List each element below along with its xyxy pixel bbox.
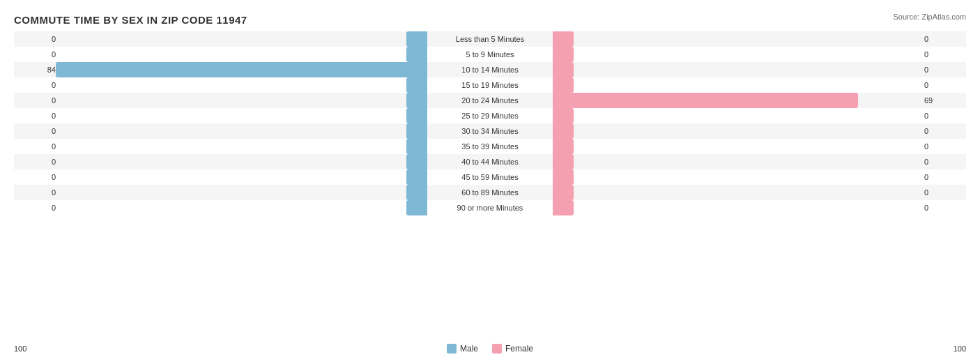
male-bar (406, 31, 427, 47)
male-bar (406, 47, 427, 62)
female-bar-area (553, 108, 924, 123)
legend-female-box (492, 344, 502, 354)
chart-title: COMMUTE TIME BY SEX IN ZIP CODE 11947 (14, 14, 966, 26)
legend-male: Male (447, 344, 478, 354)
female-value: 0 (924, 127, 952, 135)
female-value: 0 (924, 35, 952, 43)
legend-male-box (447, 344, 457, 354)
female-value: 0 (924, 112, 952, 120)
female-value: 0 (924, 66, 952, 74)
chart-row: 84 10 to 14 Minutes 0 (14, 62, 966, 77)
legend-male-label: Male (460, 344, 478, 354)
female-bar (553, 47, 574, 62)
axis-left-label: 100 (14, 344, 26, 353)
female-bar (553, 62, 574, 77)
female-value: 0 (924, 81, 952, 89)
row-center-label: 15 to 19 Minutes (427, 81, 553, 89)
source-label: Source: ZipAtlas.com (893, 13, 966, 21)
female-bar (553, 169, 574, 185)
male-bar-area (56, 185, 427, 200)
female-bar (553, 77, 574, 93)
male-value: 0 (28, 188, 56, 197)
row-center-label: 10 to 14 Minutes (427, 66, 553, 74)
male-bar-area (56, 169, 427, 185)
female-value: 0 (924, 188, 952, 197)
row-center-label: 35 to 39 Minutes (427, 142, 553, 151)
female-bar (553, 31, 574, 47)
chart-row: 0 60 to 89 Minutes 0 (14, 185, 966, 200)
male-value: 0 (28, 96, 56, 105)
row-inner: 0 30 to 34 Minutes 0 (14, 123, 966, 139)
chart-container: COMMUTE TIME BY SEX IN ZIP CODE 11947 So… (0, 0, 980, 364)
male-bar (406, 108, 427, 123)
male-value: 84 (28, 66, 56, 74)
male-value: 0 (28, 127, 56, 135)
male-bar-area (56, 31, 427, 47)
row-center-label: 5 to 9 Minutes (427, 50, 553, 59)
female-bar (553, 185, 574, 200)
male-bar (406, 185, 427, 200)
male-bar-area (56, 108, 427, 123)
male-bar (406, 154, 427, 169)
row-inner: 0 25 to 29 Minutes 0 (14, 108, 966, 123)
legend-female: Female (492, 344, 533, 354)
row-center-label: 20 to 24 Minutes (427, 96, 553, 105)
row-inner: 0 Less than 5 Minutes 0 (14, 31, 966, 47)
female-bar (553, 154, 574, 169)
female-bar (553, 93, 858, 108)
male-bar (406, 93, 427, 108)
chart-row: 0 35 to 39 Minutes 0 (14, 139, 966, 154)
male-bar (406, 139, 427, 154)
female-bar-area (553, 200, 924, 215)
legend-female-label: Female (505, 344, 533, 354)
chart-row: 0 25 to 29 Minutes 0 (14, 108, 966, 123)
male-value: 0 (28, 204, 56, 212)
male-value: 0 (28, 142, 56, 151)
female-value: 0 (924, 173, 952, 181)
male-bar (406, 77, 427, 93)
row-center-label: 40 to 44 Minutes (427, 158, 553, 166)
male-bar (406, 123, 427, 139)
chart-row: 0 Less than 5 Minutes 0 (14, 31, 966, 47)
female-bar-area (553, 154, 924, 169)
female-bar (553, 108, 574, 123)
row-inner: 0 40 to 44 Minutes 0 (14, 154, 966, 169)
chart-row: 0 5 to 9 Minutes 0 (14, 47, 966, 62)
female-value: 0 (924, 158, 952, 166)
chart-row: 0 20 to 24 Minutes 69 (14, 93, 966, 108)
male-bar-area (56, 62, 427, 77)
female-bar (553, 123, 574, 139)
chart-row: 0 90 or more Minutes 0 (14, 200, 966, 215)
male-bar-area (56, 200, 427, 215)
chart-row: 0 15 to 19 Minutes 0 (14, 77, 966, 93)
female-bar-area (553, 93, 924, 108)
male-value: 0 (28, 81, 56, 89)
male-bar-area (56, 47, 427, 62)
row-center-label: Less than 5 Minutes (427, 35, 553, 43)
male-value: 0 (28, 112, 56, 120)
female-bar-area (553, 139, 924, 154)
row-center-label: 90 or more Minutes (427, 204, 553, 212)
female-bar-area (553, 62, 924, 77)
chart-row: 0 45 to 59 Minutes 0 (14, 169, 966, 185)
male-bar-area (56, 93, 427, 108)
female-value: 0 (924, 50, 952, 59)
female-bar-area (553, 47, 924, 62)
female-bar-area (553, 123, 924, 139)
female-value: 69 (924, 96, 952, 105)
female-bar-area (553, 77, 924, 93)
female-bar-area (553, 185, 924, 200)
row-inner: 0 20 to 24 Minutes 69 (14, 93, 966, 108)
row-inner: 0 15 to 19 Minutes 0 (14, 77, 966, 93)
male-bar (406, 200, 427, 215)
female-value: 0 (924, 142, 952, 151)
chart-area: 0 Less than 5 Minutes 0 0 5 to 9 Minutes… (14, 31, 966, 305)
legend: Male Female (447, 344, 533, 354)
row-inner: 0 60 to 89 Minutes 0 (14, 185, 966, 200)
female-bar-area (553, 169, 924, 185)
chart-row: 0 30 to 34 Minutes 0 (14, 123, 966, 139)
row-center-label: 60 to 89 Minutes (427, 188, 553, 197)
row-inner: 0 45 to 59 Minutes 0 (14, 169, 966, 185)
female-bar-area (553, 31, 924, 47)
chart-row: 0 40 to 44 Minutes 0 (14, 154, 966, 169)
